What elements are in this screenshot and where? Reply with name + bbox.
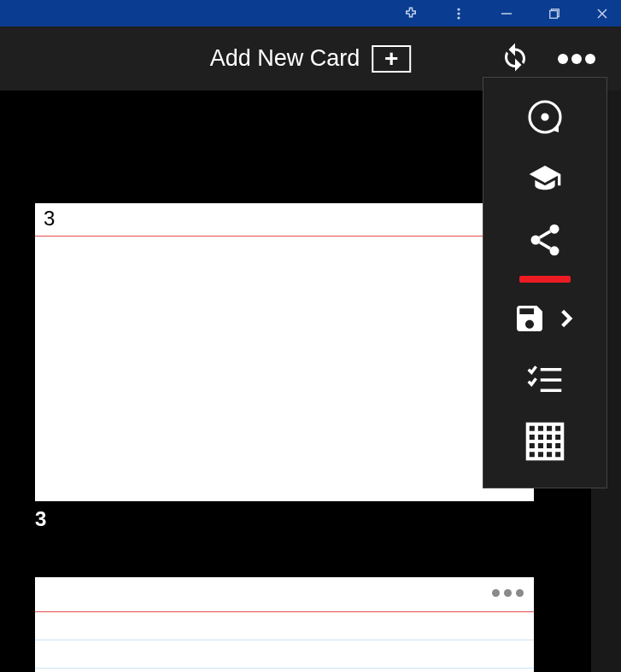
svg-point-2: [457, 16, 460, 19]
menu-item-export[interactable]: [483, 288, 606, 349]
more-dropdown-menu: [483, 77, 607, 488]
card-number: 3: [35, 203, 534, 236]
share-icon: [526, 221, 564, 259]
svg-point-11: [531, 236, 541, 245]
more-menu-button[interactable]: [558, 54, 595, 64]
svg-rect-5: [550, 10, 558, 18]
maximize-button[interactable]: [542, 2, 566, 26]
flashcard[interactable]: 3: [35, 203, 534, 501]
header-actions: [500, 42, 595, 76]
menu-item-grid[interactable]: [483, 411, 606, 472]
menu-separator: [483, 271, 606, 288]
svg-point-0: [457, 8, 460, 10]
svg-point-10: [550, 225, 559, 234]
menu-item-restore[interactable]: [483, 86, 606, 148]
plus-icon: +: [384, 47, 398, 71]
card-header-line: [35, 236, 534, 237]
header-center: Add New Card +: [210, 45, 412, 73]
restore-icon: [524, 96, 565, 137]
save-icon: [513, 301, 547, 336]
extensions-icon[interactable]: [399, 2, 423, 26]
chevron-right-icon: [555, 303, 577, 334]
minimize-button[interactable]: [495, 2, 518, 26]
sync-icon[interactable]: [500, 42, 530, 76]
kebab-menu-icon[interactable]: [447, 2, 471, 26]
add-card-button[interactable]: +: [372, 45, 411, 73]
card-label: 3: [35, 507, 46, 531]
grid-icon: [522, 418, 568, 465]
svg-point-1: [457, 12, 460, 15]
flashcard[interactable]: [35, 577, 534, 672]
graduation-cap-icon: [524, 161, 566, 196]
card-top: [35, 577, 534, 611]
separator-bar: [519, 276, 571, 283]
svg-point-12: [550, 246, 559, 255]
menu-item-checklist[interactable]: [483, 349, 606, 411]
card-options-icon[interactable]: [492, 589, 524, 597]
close-button[interactable]: [590, 2, 614, 26]
card-rule-line: [35, 668, 534, 669]
menu-item-share[interactable]: [483, 209, 606, 271]
page-title: Add New Card: [210, 45, 360, 72]
svg-point-9: [542, 114, 548, 120]
menu-item-study[interactable]: [483, 148, 606, 209]
window-titlebar: [0, 0, 621, 26]
checklist-icon: [522, 362, 568, 398]
